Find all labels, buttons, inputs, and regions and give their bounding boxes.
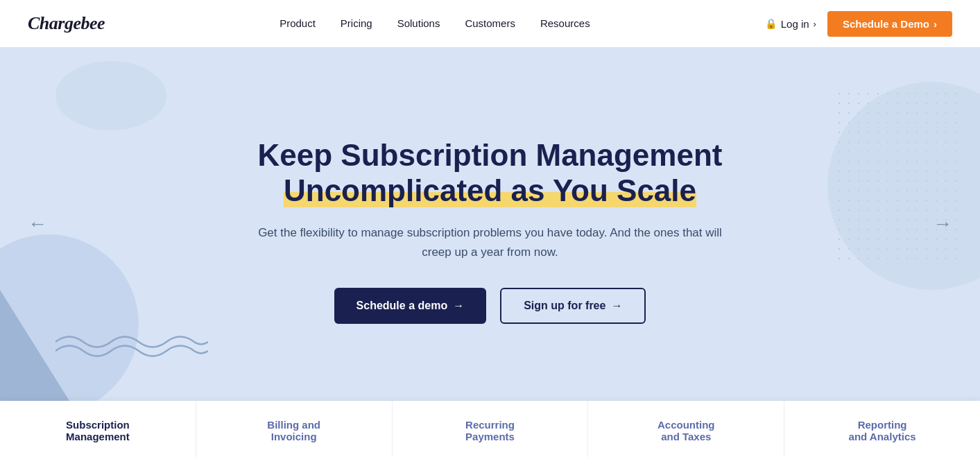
tab-billing-invoicing-label: Billing andInvoicing bbox=[267, 419, 320, 442]
logo[interactable]: Chargebee bbox=[28, 13, 105, 34]
hero-prev-button[interactable]: ← bbox=[21, 206, 54, 242]
decorative-blob-top-left bbox=[55, 61, 166, 130]
tab-reporting-analytics-label: Reportingand Analytics bbox=[849, 419, 916, 442]
decorative-wave bbox=[55, 325, 208, 359]
hero-next-button[interactable]: → bbox=[926, 206, 959, 242]
hero-title-line1: Keep Subscription Management bbox=[258, 138, 723, 172]
hero-content: Keep Subscription Management Uncomplicat… bbox=[248, 138, 733, 324]
login-label: Log in bbox=[781, 18, 809, 30]
tab-accounting-taxes-label: Accountingand Taxes bbox=[657, 419, 715, 442]
tab-reporting-analytics[interactable]: Reportingand Analytics bbox=[784, 401, 980, 457]
nav-item-customers[interactable]: Customers bbox=[465, 17, 515, 29]
nav-right: 🔒 Log in › Schedule a Demo › bbox=[765, 11, 952, 37]
signup-free-button[interactable]: Sign up for free → bbox=[500, 288, 646, 324]
tab-subscription-management-label: SubscriptionManagement bbox=[66, 419, 130, 442]
hero-buttons: Schedule a demo → Sign up for free → bbox=[248, 288, 733, 324]
login-link[interactable]: 🔒 Log in › bbox=[765, 18, 816, 30]
tab-recurring-payments-label: RecurringPayments bbox=[465, 419, 515, 442]
navbar: Chargebee Product Pricing Solutions Cust… bbox=[0, 0, 980, 47]
tab-recurring-payments[interactable]: RecurringPayments bbox=[393, 401, 589, 457]
feature-tabs-bar: SubscriptionManagement Billing andInvoic… bbox=[0, 401, 980, 457]
hero-section: ← → Keep Subscription Management Uncompl… bbox=[0, 47, 980, 401]
nav-links: Product Pricing Solutions Customers Reso… bbox=[280, 17, 590, 30]
nav-item-solutions[interactable]: Solutions bbox=[397, 17, 440, 29]
schedule-demo-nav-button[interactable]: Schedule a Demo › bbox=[827, 11, 952, 37]
nav-item-pricing[interactable]: Pricing bbox=[341, 17, 372, 29]
tab-billing-invoicing[interactable]: Billing andInvoicing bbox=[196, 401, 393, 457]
hero-subtitle: Get the flexibility to manage subscripti… bbox=[248, 223, 733, 261]
tab-accounting-taxes[interactable]: Accountingand Taxes bbox=[588, 401, 784, 457]
nav-item-product[interactable]: Product bbox=[280, 17, 316, 29]
login-arrow-icon: › bbox=[814, 19, 816, 29]
lock-icon: 🔒 bbox=[765, 18, 777, 29]
nav-item-resources[interactable]: Resources bbox=[540, 17, 590, 29]
schedule-demo-hero-button[interactable]: Schedule a demo → bbox=[334, 288, 487, 324]
hero-title: Keep Subscription Management Uncomplicat… bbox=[248, 138, 733, 208]
tab-subscription-management[interactable]: SubscriptionManagement bbox=[0, 401, 196, 457]
hero-title-line2-highlight: Uncomplicated as You Scale bbox=[284, 173, 696, 207]
